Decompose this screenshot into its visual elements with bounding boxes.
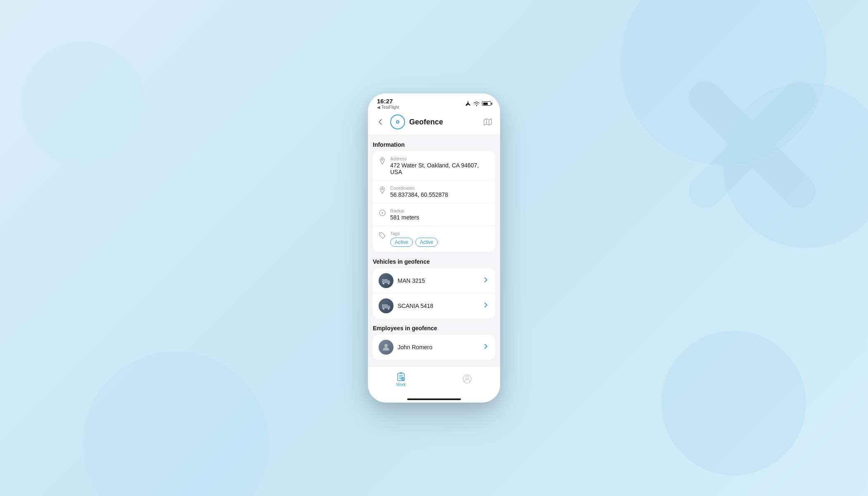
- svg-point-16: [466, 376, 469, 379]
- svg-point-4: [381, 234, 382, 235]
- tags-content: Tags Active Active: [390, 231, 438, 247]
- coordinates-label: Coordinates: [390, 186, 448, 191]
- tag-0: Active: [390, 238, 413, 247]
- svg-point-3: [382, 212, 383, 214]
- tag-1: Active: [415, 238, 438, 247]
- bg-decoration-5: [83, 351, 269, 496]
- page-title: Geofence: [409, 118, 478, 126]
- radius-label: Radius: [390, 208, 419, 213]
- bg-decoration-3: [661, 331, 806, 475]
- map-button[interactable]: [482, 116, 494, 128]
- vehicles-section: Vehicles in geofence MAN 3215: [373, 258, 495, 318]
- radius-content: Radius 581 meters: [390, 208, 419, 221]
- radius-row: Radius 581 meters: [373, 203, 495, 226]
- address-label: Address: [390, 156, 489, 161]
- employee-name-0: John Romero: [398, 344, 479, 351]
- radius-icon: [379, 209, 386, 217]
- bg-decoration-4: [21, 41, 145, 165]
- vehicle-name-0: MAN 3215: [398, 277, 479, 284]
- status-back: ◀ TestFlight: [377, 105, 399, 110]
- vehicle-arrow-1: [483, 302, 489, 310]
- battery-icon: [482, 101, 491, 106]
- coordinates-icon: [379, 186, 386, 194]
- bg-x-decoration: [670, 62, 835, 227]
- vehicle-item-1[interactable]: SCANIA 5418: [373, 293, 495, 318]
- svg-point-10: [388, 308, 389, 310]
- vehicle-item-0[interactable]: MAN 3215: [373, 268, 495, 293]
- geofence-icon: [390, 114, 405, 129]
- employees-card: John Romero: [373, 335, 495, 360]
- tags-list: Active Active: [390, 238, 438, 247]
- svg-rect-5: [382, 279, 388, 283]
- vehicle-avatar-1: [379, 298, 393, 313]
- tab-work-label: Work: [396, 382, 405, 387]
- status-time: 16:27: [377, 98, 399, 105]
- employee-arrow-0: [483, 343, 489, 352]
- coordinates-content: Coordinates 56.837384, 60.552878: [390, 186, 448, 198]
- information-card: Address 472 Water St, Oakland, CA 94607,…: [373, 151, 495, 252]
- employee-item-0[interactable]: John Romero: [373, 335, 495, 360]
- tab-bar: Work: [368, 366, 500, 397]
- tab-profile[interactable]: [454, 372, 480, 386]
- address-row: Address 472 Water St, Oakland, CA 94607,…: [373, 151, 495, 181]
- employees-title: Employees in geofence: [373, 325, 495, 331]
- svg-point-0: [382, 159, 383, 160]
- status-bar: 16:27 ◀ TestFlight: [368, 93, 500, 111]
- tags-label: Tags: [390, 231, 438, 236]
- vehicle-name-1: SCANIA 5418: [398, 303, 479, 309]
- wifi-icon: [473, 101, 480, 106]
- svg-point-7: [388, 283, 389, 284]
- app-header: Geofence: [368, 111, 500, 135]
- back-button[interactable]: [374, 116, 386, 128]
- tab-work[interactable]: Work: [388, 370, 414, 389]
- vehicles-card: MAN 3215: [373, 268, 495, 318]
- tags-icon: [379, 232, 386, 239]
- employee-avatar-0: [379, 340, 393, 355]
- svg-rect-8: [382, 304, 388, 308]
- vehicles-title: Vehicles in geofence: [373, 258, 495, 265]
- main-content: Information Address 472 Water St, Oaklan…: [368, 135, 500, 366]
- geofence-icon-inner: [396, 120, 399, 124]
- address-icon: [379, 157, 386, 165]
- svg-point-9: [383, 308, 384, 310]
- information-section: Information Address 472 Water St, Oaklan…: [373, 141, 495, 252]
- svg-point-6: [383, 283, 384, 284]
- airplane-icon: [465, 101, 471, 107]
- coordinates-row: Coordinates 56.837384, 60.552878: [373, 181, 495, 203]
- employees-section: Employees in geofence John Romero: [373, 325, 495, 360]
- home-indicator: [407, 398, 461, 400]
- phone-frame: 16:27 ◀ TestFlight: [368, 93, 500, 403]
- svg-point-1: [382, 188, 383, 190]
- status-icons: [465, 101, 491, 107]
- tags-row: Tags Active Active: [373, 226, 495, 252]
- battery-fill: [483, 103, 488, 105]
- information-title: Information: [373, 141, 495, 148]
- coordinates-value: 56.837384, 60.552878: [390, 191, 448, 198]
- vehicle-arrow-0: [483, 277, 489, 285]
- radius-value: 581 meters: [390, 214, 419, 221]
- address-value: 472 Water St, Oakland, CA 94607, USA: [390, 162, 489, 175]
- svg-point-11: [384, 344, 388, 347]
- profile-tab-icon: [462, 374, 472, 384]
- vehicle-avatar-0: [379, 273, 393, 288]
- svg-rect-13: [400, 372, 402, 374]
- work-tab-icon: [396, 372, 406, 382]
- address-content: Address 472 Water St, Oakland, CA 94607,…: [390, 156, 489, 175]
